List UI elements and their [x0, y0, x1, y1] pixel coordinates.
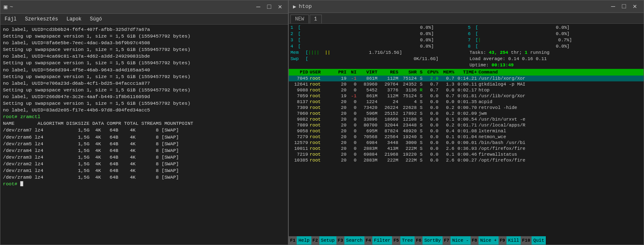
cell-shr: 19220 [400, 152, 418, 157]
cell-cpu: 0.0 [424, 146, 440, 151]
func-key-f5: F5 [392, 236, 400, 245]
cell-cpu: 0.0 [424, 129, 440, 134]
tab-1[interactable]: 1 [310, 15, 322, 23]
terminal-body: no label, UUID=cd3b0b24-f6f4-407f-afbb-3… [0, 25, 288, 245]
table-row[interactable]: 8137 root 20 0 1224 24 4 S 0.0 0.0 0:01.… [289, 99, 644, 105]
cell-virt: 695M [358, 129, 379, 134]
cell-res: 413M [379, 146, 400, 151]
cell-pid: 12579 [290, 140, 310, 145]
func-f9[interactable]: F9 Kill [499, 236, 521, 245]
table-row[interactable]: 10011 root 20 0 2883M 413M 222M S 0.0 2.… [289, 146, 644, 152]
table-row[interactable]: 12579 root 20 0 6984 3448 3000 S 0.0 0.0… [289, 140, 644, 146]
cell-res: 112M [379, 76, 400, 81]
table-row[interactable]: 7309 root 20 0 73420 26224 22628 S 0.0 0… [289, 105, 644, 111]
func-f7[interactable]: F7 Nice - [443, 236, 471, 245]
maximize-button[interactable]: □ [265, 3, 274, 12]
cell-mem: 0.0 [440, 140, 456, 145]
cell-mem: 0.4 [440, 129, 456, 134]
header-time: TIME+ [456, 70, 479, 75]
cell-pri: 20 [336, 82, 348, 87]
tab-new[interactable]: NEW [290, 15, 309, 23]
table-row[interactable]: 12641 root 20 0 83960 29764 24352 S 0.7 … [289, 81, 644, 87]
cell-shr: 23448 [400, 123, 418, 128]
cell-virt: 73420 [358, 105, 379, 110]
table-row[interactable]: 7059 root 19 -1 861M 112M 75124 S 0.0 0.… [289, 93, 644, 99]
terminal-zramctl-row: /dev/zram6 lz4 1,5G 4K 64B 4K 8 [SWAP] [3, 134, 285, 141]
menu-file[interactable]: Fájl [3, 15, 18, 23]
terminal-icon: ▣ [4, 3, 7, 10]
cell-pid: 7060 [290, 111, 310, 116]
cell-shr: 22628 [400, 105, 418, 110]
table-row[interactable]: 7045 root 19 -1 861M 112M 75124 S 2.0 0.… [289, 76, 644, 81]
htop-minimize-button[interactable]: — [608, 2, 618, 11]
cell-cpu: 0.0 [424, 117, 440, 122]
table-row[interactable]: 7279 root 20 0 70568 22564 19240 S 0.0 0… [289, 134, 644, 140]
cell-pri: 20 [336, 88, 348, 93]
cell-cpu: 2.0 [424, 76, 440, 81]
func-f5[interactable]: F5 Tree [392, 236, 415, 245]
htop-maximize-button[interactable]: □ [619, 2, 629, 11]
func-f6[interactable]: F6 SortBy [415, 236, 443, 245]
cpu3-meter: 3 [ 0.0%] [290, 37, 465, 43]
cell-cmd: /usr/local/apps/R [479, 123, 642, 128]
table-row[interactable]: 9058 root 20 0 695M 87824 48920 S 0.0 0.… [289, 128, 644, 134]
table-row[interactable]: 7060 root 20 0 596M 25152 17892 S 0.0 0.… [289, 111, 644, 116]
cell-pri: 20 [336, 134, 348, 139]
cell-cpu: 0.7 [424, 88, 440, 93]
table-row[interactable]: 7089 root 20 0 80700 32044 23448 S 0.0 0… [289, 122, 644, 128]
cell-ni: 0 [348, 88, 358, 93]
table-row[interactable]: 9088 root 20 0 5452 3776 3136 R 0.7 0.0 … [289, 87, 644, 93]
table-row[interactable]: 10385 root 20 0 2883M 222M 222M S 0.0 2.… [289, 157, 644, 163]
cell-pid: 10385 [290, 158, 310, 163]
table-row[interactable]: 7219 root 20 0 69884 21968 19220 S 0.0 0… [289, 152, 644, 157]
cell-virt: 596M [358, 111, 379, 116]
cell-res: 25152 [379, 111, 400, 116]
cell-ni: 0 [348, 82, 358, 87]
menu-edit[interactable]: Szerkesztés [23, 15, 60, 23]
cell-mem: 0.7 [440, 93, 456, 99]
cell-res: 21968 [379, 152, 400, 157]
cell-cpu: 0.0 [424, 111, 440, 116]
cell-pid: 7089 [290, 123, 310, 128]
cell-s: S [418, 134, 424, 139]
minimize-button[interactable]: — [254, 3, 263, 12]
table-header: PID USER PRI NI VIRT RES SHR S CPU% MEM%… [289, 69, 644, 76]
terminal-title-left: ▣ ~ [4, 3, 13, 10]
table-row[interactable]: 9082 root 20 0 33896 18660 12108 S 0.0 0… [289, 116, 644, 122]
cell-pri: 20 [336, 117, 348, 122]
terminal-line: Setting up swapspace version 1, size = 1… [3, 73, 285, 80]
cell-pri: 20 [336, 140, 348, 145]
load-info: Load average: 0.14 0.16 0.11 [470, 56, 642, 62]
func-f8[interactable]: F8 Nice + [471, 236, 499, 245]
cpu8-meter: 8 [ 0.0%] [468, 43, 642, 49]
cell-res: 18660 [379, 117, 400, 122]
htop-window: ▶ htop — □ ✕ NEW 1 1 [ 0.0%] [288, 0, 644, 245]
htop-funcbar: F1 Help F2 Setup F3 Search F4 Filter F5 … [289, 236, 644, 245]
func-label-nice-plus: Nice + [479, 236, 499, 245]
cell-cpu: 0.7 [424, 82, 440, 87]
cell-virt: 70568 [358, 134, 379, 139]
terminal-zramctl-row: /dev/zram5 lz4 1,5G 4K 64B 4K 8 [SWAP] [3, 141, 285, 147]
htop-close-button[interactable]: ✕ [630, 2, 639, 11]
cell-ni: -1 [348, 76, 358, 81]
close-button[interactable]: ✕ [275, 3, 285, 12]
cell-mem: 2.6 [440, 146, 456, 151]
cell-pri: 20 [336, 158, 348, 163]
func-f10[interactable]: F10 Quit [521, 236, 546, 245]
cell-pri: 20 [336, 99, 348, 104]
func-f2[interactable]: F2 Setup [311, 236, 336, 245]
func-f1[interactable]: F1 Help [289, 236, 311, 245]
cell-cmd: /usr/lib/xorg/Xor [479, 76, 642, 81]
menu-tabs[interactable]: Lapok [65, 15, 83, 23]
func-label-sortby: SortBy [423, 236, 443, 245]
cell-shr: 4 [400, 99, 418, 104]
func-f3[interactable]: F3 Search [336, 236, 364, 245]
func-key-f3: F3 [336, 236, 344, 245]
cell-res: 32044 [379, 123, 400, 128]
terminal-final-prompt: root# [3, 181, 285, 187]
func-f4[interactable]: F4 Filter [364, 236, 392, 245]
func-label-quit: Quit [532, 236, 546, 245]
cell-pid: 7059 [290, 93, 310, 99]
menu-help[interactable]: Súgó [88, 15, 104, 23]
cell-mem: 0.1 [440, 134, 456, 139]
